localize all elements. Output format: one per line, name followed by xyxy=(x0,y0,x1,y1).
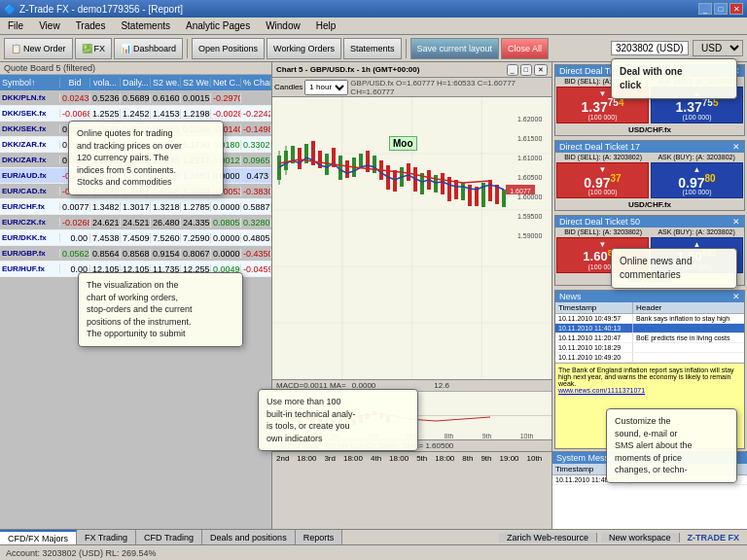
sysmsg-col-msg xyxy=(630,464,747,474)
sysmsg-text xyxy=(630,475,747,484)
menu-bar: File View Trades Statements Analytic Pag… xyxy=(0,18,747,35)
timeframe-selector[interactable]: 1 hour xyxy=(304,80,348,95)
close-button[interactable]: ✕ xyxy=(729,3,743,15)
chart-min-button[interactable]: _ xyxy=(507,64,518,76)
svg-text:1.61000: 1.61000 xyxy=(517,155,542,161)
table-row[interactable]: EUR/GBP.fx 0.05624 0.85645 0.85686 0.915… xyxy=(0,246,271,262)
ask-buy-button-17[interactable]: ▲ 0.9780 (100 000) xyxy=(651,162,743,199)
tab-web-resource[interactable]: Zarich Web-resource xyxy=(499,533,597,542)
news-close-button[interactable]: ✕ xyxy=(732,292,740,301)
window-controls[interactable]: _ □ ✕ xyxy=(698,3,743,15)
status-right: Zarich Web-resource New workspace Z-TRAD… xyxy=(499,533,747,542)
tab-deals-positions[interactable]: Deals and positions xyxy=(202,530,296,544)
quotes-callout: Online quotes for trading and tracking p… xyxy=(68,121,224,195)
close-all-button[interactable]: Close All xyxy=(501,38,549,59)
svg-rect-70 xyxy=(379,413,383,419)
svg-rect-57 xyxy=(291,409,295,413)
brand-label: Z-TRADE FX xyxy=(684,533,744,542)
bid-sell-button-50[interactable]: ▼ 1.60831 (100 000) xyxy=(556,237,649,272)
ask-buy-button-50[interactable]: ▲ 1.60861 (100 000) xyxy=(651,237,743,272)
tab-cfd-fx-majors[interactable]: CFD/FX Majors xyxy=(0,530,77,544)
minimize-button[interactable]: _ xyxy=(698,3,712,15)
bid-sell-button-17[interactable]: ▼ 0.9737 (100 000) xyxy=(556,162,649,199)
list-item[interactable]: 10.11.2010 10:18:29 xyxy=(555,343,744,353)
svg-rect-68 xyxy=(366,413,370,419)
fx-icon: 💹 xyxy=(82,44,92,53)
svg-rect-20 xyxy=(345,160,349,178)
svg-rect-24 xyxy=(373,156,376,173)
list-item[interactable]: 10.11.2010 11:40:13 xyxy=(555,324,744,333)
menu-file[interactable]: File xyxy=(4,20,27,31)
col-vol: vola... xyxy=(90,78,121,88)
chart-max-button[interactable]: □ xyxy=(520,64,532,76)
time-label-9th: 9th xyxy=(482,433,492,439)
time-label-10th: 10th xyxy=(520,433,534,439)
ask-buy-button-16[interactable]: ▲ 1.37755 (100 000) xyxy=(651,87,743,123)
menu-trades[interactable]: Trades xyxy=(72,20,110,31)
bid-sell-button-16[interactable]: ▼ 1.37754 (100 000) xyxy=(556,87,649,123)
svg-rect-71 xyxy=(386,415,390,423)
system-messages-list: 10.11.2010 11:48:01 xyxy=(552,475,747,529)
tab-new-workspace[interactable]: New workspace xyxy=(601,533,680,542)
news-rows: 10.11.2010 10:49:57 Bank says inflation … xyxy=(555,314,744,363)
working-orders-button[interactable]: Working Orders xyxy=(267,38,341,59)
svg-rect-43 xyxy=(502,190,506,207)
svg-rect-62 xyxy=(325,415,329,423)
news-timestamp: 10.11.2010 10:49:57 xyxy=(555,314,633,323)
chart-price-info: GBP/USD.fx O=1.60777 H=1:60533 C=1.60777… xyxy=(350,79,550,96)
ticket17-close-button[interactable]: ✕ xyxy=(732,142,740,152)
time-label-3rd: 3rd xyxy=(331,433,340,439)
news-link[interactable]: www.news.com/1111371071 xyxy=(558,387,645,394)
menu-help[interactable]: Help xyxy=(312,20,340,31)
tab-fx-trading[interactable]: FX Trading xyxy=(77,530,136,544)
list-item[interactable]: 10.11.2010 10:49:20 xyxy=(555,353,744,363)
chart-toolbar: Candles 1 hour GBP/USD.fx O=1.60777 H=1:… xyxy=(272,78,551,97)
table-row[interactable]: EUR/DKK.fx 0.00 7.45380 7.45090 7.52600 … xyxy=(0,230,271,246)
tab-reports[interactable]: Reports xyxy=(296,530,343,544)
quote-board-label: Quote Board 5 (filtered) xyxy=(0,62,271,75)
list-item[interactable]: 10.11.2010 11:20:47 BoE predicts rise in… xyxy=(555,333,744,343)
table-row[interactable]: EUR/CZK.fx -0.0268 24.6210 24.5210 26.48… xyxy=(0,215,271,230)
account-status-bar: Account: 3203802 (USD) RL: 269.54% xyxy=(0,544,747,560)
chart-close-button[interactable]: ✕ xyxy=(534,64,548,76)
ticket16-close-button[interactable]: ✕ xyxy=(732,66,740,76)
table-row[interactable]: DKK/SEK.fx -0.0068 1.25255 1.24525 1.415… xyxy=(0,106,271,122)
list-item[interactable]: 10.11.2010 11:48:01 xyxy=(552,475,747,485)
menu-window[interactable]: Window xyxy=(262,20,304,31)
open-positions-button[interactable]: Open Positions xyxy=(192,38,265,59)
sep1 xyxy=(187,39,188,58)
news-header-text xyxy=(633,343,744,352)
chart-controls[interactable]: _ □ ✕ xyxy=(507,64,548,76)
ticket50-close-button[interactable]: ✕ xyxy=(732,217,740,227)
menu-view[interactable]: View xyxy=(35,20,64,31)
menu-analytic[interactable]: Analytic Pages xyxy=(182,20,254,31)
sep2 xyxy=(406,39,407,58)
chart-bottom-area: 2nd18:003rd18:004th18:005th18:008th9th19… xyxy=(272,452,552,529)
save-layout-button[interactable]: Save current layout xyxy=(410,38,500,59)
direct-deal-ticket-50: Direct Deal Ticket 50 ✕ BID (SELL): (A: … xyxy=(554,215,745,285)
menu-statements[interactable]: Statements xyxy=(117,20,174,31)
macd-chart: 2nd 3rd 4th 5th 8th 9th 10th xyxy=(272,391,551,439)
account-display: 3203802 (USD) xyxy=(611,41,689,55)
list-item[interactable]: 10.11.2010 10:49:57 Bank says inflation … xyxy=(555,314,744,324)
time-label-8th: 8th xyxy=(445,433,454,439)
new-order-button[interactable]: 📋 New Order xyxy=(4,38,73,59)
ticket16-instrument: USD/CHF.fx xyxy=(555,124,744,135)
col-symbol: Symbol↑ xyxy=(0,78,60,88)
table-row[interactable]: EUR/HUF.fx 0.00 12.10580 12.10580 11.735… xyxy=(0,262,271,277)
fx-button[interactable]: 💹 FX xyxy=(75,38,113,59)
currency-selector[interactable]: USD xyxy=(693,40,743,56)
svg-rect-61 xyxy=(318,419,322,429)
svg-text:1.61500: 1.61500 xyxy=(517,135,542,142)
chart-time-labels-bottom: 2nd18:003rd18:004th18:005th18:008th9th19… xyxy=(272,452,551,465)
statements-button[interactable]: Statements xyxy=(343,38,402,59)
chart-body[interactable]: 1.6077 1.62000 1.61500 1.61000 1.60500 1… xyxy=(272,97,551,379)
news-timestamp: 10.11.2010 10:18:29 xyxy=(555,343,633,352)
bottom-tabs: CFD/FX Majors FX Trading CFD Trading Dea… xyxy=(0,529,747,544)
table-row[interactable]: DKK/PLN.fx 0.02433 0.52360 0.568900 0.61… xyxy=(0,90,271,106)
table-row[interactable]: EUR/CHF.fx 0.0077 1.34823 1.30177 1.3218… xyxy=(0,199,271,215)
tab-cfd-trading[interactable]: CFD Trading xyxy=(136,530,202,544)
svg-rect-56 xyxy=(284,411,288,417)
dashboard-button[interactable]: 📊 Dashboard xyxy=(114,38,183,59)
maximize-button[interactable]: □ xyxy=(714,3,728,15)
